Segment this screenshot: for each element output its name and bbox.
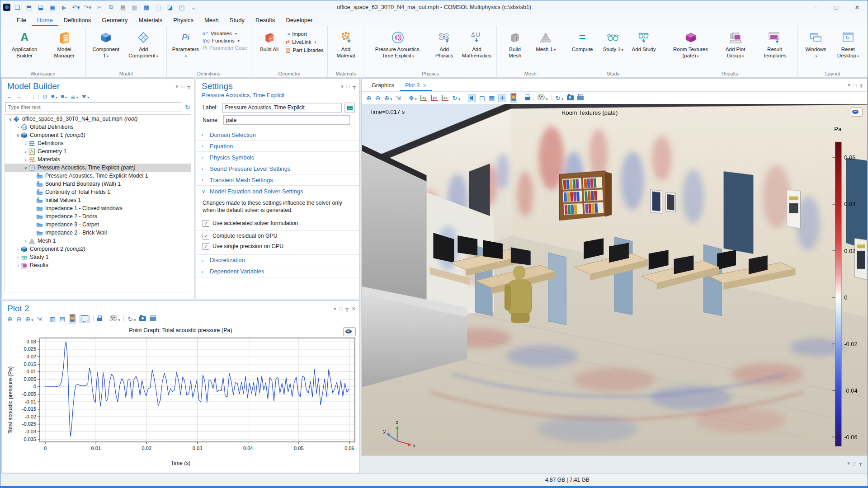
section-transient-mesh[interactable]: ›Transient Mesh Settings <box>196 174 359 185</box>
build-all-button[interactable]: Build All <box>255 29 284 54</box>
menu-materials[interactable]: Materials <box>133 15 168 26</box>
delete-icon[interactable]: ▦ <box>142 3 151 12</box>
pin-icon[interactable]: ┳ <box>859 460 862 466</box>
lock-icon[interactable] <box>97 315 102 323</box>
view-xz-icon[interactable]: xz <box>442 95 449 101</box>
undo-icon[interactable]: ↶▾ <box>71 3 81 12</box>
add-component-button[interactable]: Add Component▾ <box>124 29 163 60</box>
result-templates-button[interactable]: Result Templates <box>755 29 793 60</box>
minimize-button[interactable]: – <box>805 0 826 14</box>
view-orientation-icon[interactable]: ✥▾ <box>409 94 417 102</box>
filter-icon[interactable]: ▾ <box>82 93 89 100</box>
close-icon[interactable]: ✕ <box>352 306 356 312</box>
reset-desktop-button[interactable]: ↻ Reset Desktop▾ <box>832 29 864 60</box>
grid-icon[interactable]: ▦ <box>489 94 495 102</box>
tree-item[interactable]: ›Global Definitions <box>5 123 191 131</box>
node-text-icon[interactable]: ≣▾ <box>71 93 78 100</box>
component-1-button[interactable]: Component 1▾ <box>90 29 123 60</box>
select-box-icon[interactable]: ⬚ <box>153 3 163 12</box>
y-grid-icon[interactable]: ▤ <box>59 315 65 323</box>
collapse-toolbar-icon[interactable]: ⌄ <box>189 3 198 12</box>
highlight-icon[interactable]: ◪ <box>165 3 175 12</box>
float-icon[interactable]: □ <box>347 84 350 89</box>
plot-refresh-icon[interactable]: ↻▾ <box>127 315 136 323</box>
pin-icon[interactable]: ┳ <box>353 84 356 89</box>
float-icon[interactable]: □ <box>340 306 343 311</box>
zoom-out-icon[interactable]: ⊖ <box>16 315 22 323</box>
rename-button[interactable] <box>344 103 355 113</box>
add-mathematics-button[interactable]: Δ U Add Mathematics <box>461 29 493 60</box>
move-up-icon[interactable]: ↑ <box>25 93 28 100</box>
tree-item[interactable]: ›Geometry 1 <box>5 147 191 155</box>
float-icon[interactable]: □ <box>854 83 857 88</box>
tree-item[interactable]: ›Study 1 <box>5 253 191 261</box>
pin-icon[interactable]: ┳ <box>345 306 349 312</box>
color-legend-icon[interactable] <box>69 314 76 324</box>
back-icon[interactable]: ← <box>6 93 12 100</box>
menu-results[interactable]: Results <box>250 15 280 26</box>
menu-developer[interactable]: Developer <box>280 15 318 26</box>
view-yz-icon[interactable]: yz <box>431 95 438 101</box>
zoom-out-icon[interactable]: ⊖ <box>375 94 381 102</box>
run-icon[interactable]: ▶ <box>59 3 69 12</box>
mesh-1-button[interactable]: Mesh 1▾ <box>531 29 560 54</box>
section-domain-selection[interactable]: ›Domain Selection <box>196 129 359 140</box>
checkbox-single-precision[interactable]: ✓Use single precision on GPU <box>196 241 359 252</box>
open-file-icon[interactable]: ⬒ <box>24 3 34 12</box>
tree-item[interactable]: ›Component 2(comp2) <box>5 245 191 253</box>
close-button[interactable]: ✕ <box>847 0 868 14</box>
show-icon[interactable]: ⊙ <box>42 93 47 100</box>
tree-item[interactable]: ∨Component 1(comp1) <box>5 131 191 139</box>
x-grid-icon[interactable]: ▥ <box>50 315 56 323</box>
tree-item[interactable]: Impedance 1 - Closed windows <box>5 204 191 212</box>
zoom-extents-icon[interactable]: ⇲ <box>396 94 401 102</box>
functions-button[interactable]: f(x)Functions▾ <box>203 38 247 43</box>
tree-item[interactable]: Sound Hard Boundary (Wall) 1 <box>5 180 191 188</box>
comsol-logo-chip[interactable] <box>850 108 863 117</box>
plot2-chart[interactable]: 0.030.0250.020.0150.010.0050-0.005-0.01-… <box>2 335 359 460</box>
checkbox-accelerated-solver[interactable]: ✓Use accelerated solver formulation <box>196 218 359 229</box>
float-icon[interactable]: □ <box>853 461 856 466</box>
copy-icon[interactable]: ⧉ <box>106 3 116 12</box>
close-tab-icon[interactable]: ✕ <box>423 83 427 89</box>
panel-menu-icon[interactable]: ▾ <box>175 84 178 89</box>
new-file-icon[interactable]: ❏ <box>12 3 22 12</box>
tree-item[interactable]: ›Results <box>5 261 191 269</box>
panel-menu-icon[interactable]: ▾ <box>848 82 850 88</box>
tab-graphics[interactable]: Graphics <box>366 80 400 91</box>
save-icon[interactable]: ⬓ <box>36 3 46 12</box>
menu-physics[interactable]: Physics <box>168 15 199 26</box>
add-physics-button[interactable]: Add Physics <box>430 29 459 60</box>
zoom-extents-icon[interactable]: ⇲ <box>37 315 42 323</box>
paste-icon[interactable]: ▤ <box>118 3 128 12</box>
tree-item[interactable]: Impedance 2 - Brick Wall <box>5 229 191 237</box>
tree-item[interactable]: Impedance 2 - Doors <box>5 212 191 221</box>
add-material-button[interactable]: Add Material <box>331 29 360 60</box>
add-study-button[interactable]: Add Study <box>629 29 658 54</box>
section-discretization[interactable]: ›Discretization <box>196 254 359 266</box>
filter-input[interactable] <box>5 102 182 112</box>
pin-icon[interactable]: ┳ <box>859 82 863 88</box>
checkbox-residual-gpu[interactable]: ✓Compute residual on GPU <box>196 231 359 241</box>
duplicate-icon[interactable]: ▥ <box>130 3 140 12</box>
scene-box-icon[interactable]: ▢ <box>479 94 485 102</box>
study-1-button[interactable]: Study 1▾ <box>599 29 627 54</box>
cut-icon[interactable]: ✂ <box>94 3 104 12</box>
menu-mesh[interactable]: Mesh <box>199 15 224 26</box>
tree-item[interactable]: ›Definitions <box>5 139 191 147</box>
panel-menu-icon[interactable]: ▾ <box>847 460 850 466</box>
tree-item[interactable]: ›Mesh 1 <box>5 237 191 245</box>
redo-icon[interactable]: ↷▾ <box>83 3 93 12</box>
menu-home[interactable]: Home <box>32 15 58 26</box>
view-xy-icon[interactable]: xy <box>420 95 428 101</box>
float-icon[interactable]: □ <box>181 84 184 89</box>
color-theme-icon[interactable]: ▾ <box>110 315 120 323</box>
import-button[interactable]: ⇥Import <box>286 31 324 37</box>
tree-item[interactable]: Initial Values 1 <box>5 196 191 204</box>
pressure-acoustics-button[interactable]: Pressure Acoustics, Time Explicit▾ <box>368 29 428 60</box>
color-theme-icon[interactable]: ▾ <box>538 94 547 102</box>
variables-button[interactable]: a=Variables▾ <box>203 31 247 36</box>
graphics-canvas[interactable]: Pa 0.060.040.020-0.02-0.04-0.06 Time=0.0… <box>362 104 867 455</box>
move-down-icon[interactable]: ↓ <box>32 93 35 100</box>
parameters-button[interactable]: Pi Parameters▾ <box>170 29 201 60</box>
